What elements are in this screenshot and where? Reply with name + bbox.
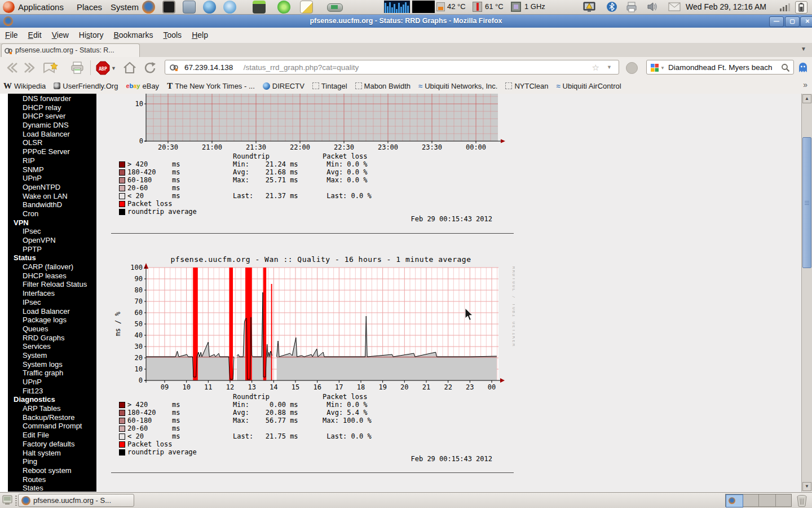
google-search-engine-icon[interactable]: [651, 64, 659, 72]
sidebar-item-upnp[interactable]: UPnP: [8, 174, 96, 183]
printer-status-icon[interactable]: [626, 2, 638, 12]
sidebar-item-cron[interactable]: Cron: [8, 209, 96, 218]
search-input[interactable]: Diamondhead Ft. Myers beach: [668, 63, 773, 72]
tab-pfsense[interactable]: pfsense.uucfm.org - Status: R...: [1, 43, 140, 57]
search-bar[interactable]: ▼ Diamondhead Ft. Myers beach: [646, 60, 794, 75]
close-button[interactable]: ✕: [800, 16, 812, 27]
network-monitor-applet[interactable]: [412, 1, 435, 13]
sidebar-item-factory-defaults[interactable]: Factory defaults: [8, 440, 96, 449]
thunderbird-launcher-icon[interactable]: [203, 1, 216, 14]
sidebar-item-pptp[interactable]: PPTP: [8, 245, 96, 254]
sidebar-item-dhcp-server[interactable]: DHCP server: [8, 112, 96, 121]
web-browser-launcher-icon[interactable]: [223, 1, 236, 14]
volume-icon[interactable]: [646, 1, 659, 12]
menu-tools[interactable]: Tools: [158, 28, 187, 43]
menu-view[interactable]: View: [47, 28, 74, 43]
bookmark-userfriendly-org[interactable]: UserFriendly.Org: [54, 82, 118, 90]
cpu-monitor-applet[interactable]: [384, 1, 410, 13]
window-titlebar[interactable]: pfsense.uucfm.org - Status: RRD Graphs -…: [0, 15, 812, 28]
adblock-plus-icon[interactable]: ABP: [96, 61, 110, 75]
workspace-2[interactable]: [742, 494, 759, 506]
bookmark-mabon-bwidth[interactable]: Mabon Bwidth: [355, 82, 411, 90]
search-engine-chevron-icon[interactable]: ▼: [660, 65, 665, 71]
sidebar-item-openntpd[interactable]: OpenNTPD: [8, 183, 96, 192]
show-desktop-icon[interactable]: [2, 494, 14, 506]
menu-bookmarks[interactable]: Bookmarks: [108, 28, 158, 43]
home-icon[interactable]: [122, 61, 136, 75]
bookmark-directv[interactable]: DIRECTV: [263, 82, 304, 90]
bookmark-wikipedia[interactable]: WWikipedia: [3, 81, 46, 91]
menu-edit[interactable]: Edit: [23, 28, 47, 43]
workspace-1[interactable]: [726, 494, 743, 507]
terminal-launcher-icon[interactable]: [162, 1, 175, 14]
sidebar-item-routes[interactable]: Routes: [8, 475, 96, 484]
firefox-launcher-icon[interactable]: [142, 1, 155, 14]
forward-icon[interactable]: [23, 61, 37, 75]
sidebar-item-rrd-graphs[interactable]: RRD Graphs: [8, 334, 96, 343]
bookmark-ebay[interactable]: ebayeBay: [126, 82, 159, 90]
bookmarks-overflow-chevron-icon[interactable]: »: [803, 80, 807, 89]
workspace-4[interactable]: [776, 494, 792, 506]
places-menu[interactable]: Places: [74, 1, 104, 13]
sidebar-item-ipsec[interactable]: IPsec: [8, 227, 96, 236]
workspace-3[interactable]: [759, 494, 776, 506]
list-all-tabs-chevron-icon[interactable]: ▼: [798, 46, 809, 55]
media-player-launcher-icon[interactable]: [327, 3, 343, 12]
history-bookmark-icon[interactable]: [42, 61, 56, 75]
workspace-switcher[interactable]: [725, 494, 792, 507]
maximize-button[interactable]: ▢: [785, 16, 800, 27]
bookmark-ubiquiti-aircontrol[interactable]: ≈Ubiquiti AirControl: [556, 82, 621, 90]
sidebar-item-package-logs[interactable]: Package logs: [8, 316, 96, 325]
sidebar-item-ipsec[interactable]: IPsec: [8, 298, 96, 307]
reload-icon[interactable]: [143, 61, 158, 75]
abp-dropdown-chevron-icon[interactable]: ▼: [111, 65, 116, 71]
sidebar-item-services[interactable]: Services: [8, 342, 96, 351]
stop-icon[interactable]: [626, 62, 638, 74]
power-manager-launcher-icon[interactable]: [277, 1, 290, 14]
sidebar-item-backup-restore[interactable]: Backup/Restore: [8, 413, 96, 422]
bookmark-ubiquiti-networks-inc[interactable]: ≈Ubiquiti Networks, Inc.: [418, 82, 497, 90]
clock[interactable]: Wed Feb 29, 12:16 AM: [686, 2, 766, 11]
sidebar-item-upnp[interactable]: UPnP: [8, 378, 96, 387]
menu-file[interactable]: File: [0, 28, 23, 43]
bookmark-nytclean[interactable]: NYTClean: [505, 82, 548, 90]
sidebar-item-dynamic-dns[interactable]: Dynamic DNS: [8, 121, 96, 130]
system-menu[interactable]: System: [108, 1, 141, 13]
display-warning-icon[interactable]: [582, 1, 596, 13]
sidebar-item-carp-failover[interactable]: CARP (failover): [8, 262, 96, 271]
sidebar-item-dns-forwarder[interactable]: DNS forwarder: [8, 94, 96, 103]
trash-icon[interactable]: [795, 494, 809, 507]
sidebar-item-halt-system[interactable]: Halt system: [8, 449, 96, 458]
sidebar-item-fit123[interactable]: Fit123: [8, 387, 96, 396]
sidebar-item-olsr[interactable]: OLSR: [8, 138, 96, 147]
sidebar-item-dhcp-leases[interactable]: DHCP leases: [8, 271, 96, 281]
bookmark-star-icon[interactable]: ☆: [592, 63, 599, 73]
bluetooth-icon[interactable]: [607, 2, 617, 12]
sidebar-item-queues[interactable]: Queues: [8, 325, 96, 334]
signal-strength-icon[interactable]: [779, 2, 791, 11]
minimize-button[interactable]: —: [769, 16, 784, 27]
taskbar-handle[interactable]: [15, 496, 17, 506]
sidebar-item-interfaces[interactable]: Interfaces: [8, 289, 96, 298]
url-dropdown-chevron-icon[interactable]: ▼: [607, 64, 612, 70]
sidebar-item-traffic-graph[interactable]: Traffic graph: [8, 369, 96, 378]
vertical-scrollbar[interactable]: ▲ ▼: [801, 94, 812, 492]
bookmark-tintagel[interactable]: Tintagel: [312, 82, 347, 90]
bookmark-the-new-york-times[interactable]: TThe New York Times - ...: [167, 81, 255, 91]
sidebar-item-system-logs[interactable]: System logs: [8, 360, 96, 369]
sidebar-item-ping[interactable]: Ping: [8, 457, 96, 466]
sidebar-item-reboot-system[interactable]: Reboot system: [8, 466, 96, 475]
battery-applet-icon[interactable]: [795, 1, 807, 14]
menu-help[interactable]: Help: [187, 28, 213, 43]
applications-menu[interactable]: Applications: [16, 1, 66, 13]
distro-logo-icon[interactable]: [3, 1, 15, 13]
scroll-up-arrow-icon[interactable]: ▲: [802, 94, 811, 103]
taskbar-window-button[interactable]: pfsense.uucfm.org - S...: [18, 494, 134, 507]
sidebar-item-edit-file[interactable]: Edit File: [8, 431, 96, 440]
sidebar-item-rip[interactable]: RIP: [8, 156, 96, 165]
menu-history[interactable]: History: [74, 28, 109, 43]
scroll-down-arrow-icon[interactable]: ▼: [802, 482, 811, 491]
sidebar-item-filter-reload-status[interactable]: Filter Reload Status: [8, 280, 96, 289]
computer-launcher-icon[interactable]: [183, 1, 196, 14]
ghostery-icon[interactable]: [797, 62, 809, 73]
